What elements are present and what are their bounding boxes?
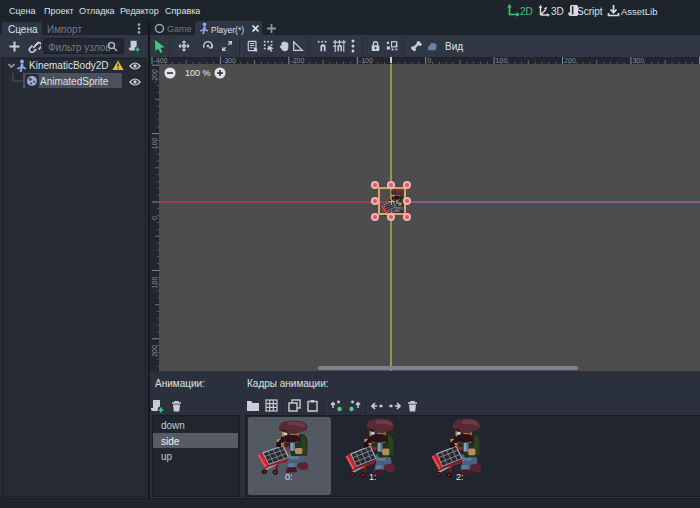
svg-text:300: 300 <box>632 57 644 64</box>
svg-text:200: 200 <box>151 345 158 357</box>
svg-text:-300: -300 <box>222 57 236 64</box>
svg-text:100: 100 <box>496 57 508 64</box>
svg-text:-100: -100 <box>151 137 158 151</box>
svg-text:-100: -100 <box>359 57 373 64</box>
svg-text:-200: -200 <box>290 57 304 64</box>
svg-text:0: 0 <box>151 216 158 220</box>
svg-text:0: 0 <box>427 57 431 64</box>
svg-text:100: 100 <box>151 277 158 289</box>
svg-text:200: 200 <box>564 57 576 64</box>
svg-text:-200: -200 <box>151 69 158 83</box>
